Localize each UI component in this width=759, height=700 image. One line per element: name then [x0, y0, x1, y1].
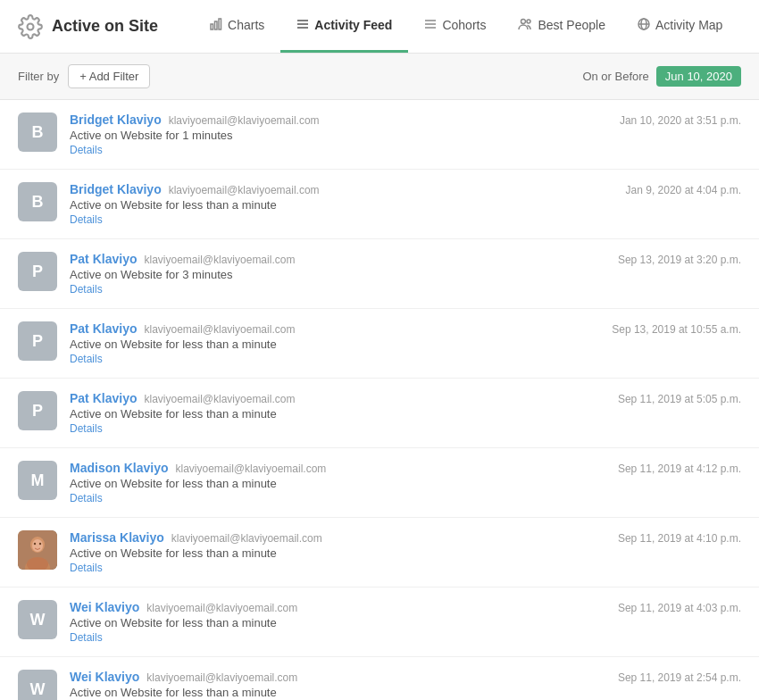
feed-email: klaviyoemail@klaviyoemail.com — [144, 254, 295, 266]
filter-left: Filter by + Add Filter — [18, 64, 150, 88]
activity-feed-icon — [296, 18, 309, 33]
feed-name-row: Pat Klaviyo klaviyoemail@klaviyoemail.co… — [70, 252, 605, 266]
feed-content: Pat Klaviyo klaviyoemail@klaviyoemail.co… — [70, 391, 605, 435]
feed-time: Sep 11, 2019 at 4:12 p.m. — [618, 461, 741, 475]
avatar: W — [18, 670, 57, 700]
nav-label-charts: Charts — [228, 18, 264, 32]
feed-details-link[interactable]: Details — [70, 562, 605, 574]
feed-person-name[interactable]: Pat Klaviyo — [70, 252, 137, 266]
feed-name-row: Pat Klaviyo klaviyoemail@klaviyoemail.co… — [70, 391, 605, 405]
feed-person-name[interactable]: Wei Klaviyo — [70, 600, 139, 614]
feed-details-link[interactable]: Details — [70, 283, 605, 296]
feed-item: B Bridget Klaviyo klaviyoemail@klaviyoem… — [0, 100, 759, 170]
feed-activity: Active on Website for less than a minute — [70, 198, 613, 212]
feed-person-name[interactable]: Bridget Klaviyo — [70, 112, 162, 127]
feed-name-row: Marissa Klaviyo klaviyoemail@klaviyoemai… — [70, 530, 605, 545]
avatar: P — [18, 391, 57, 430]
feed-person-name[interactable]: Marissa Klaviyo — [70, 530, 164, 545]
feed-person-name[interactable]: Madison Klaviyo — [70, 461, 168, 475]
filter-by-label: Filter by — [18, 70, 59, 83]
avatar-photo-svg — [18, 530, 57, 570]
feed-activity: Active on Website for less than a minute — [70, 686, 605, 699]
svg-point-11 — [527, 20, 530, 23]
feed-content: Bridget Klaviyo klaviyoemail@klaviyoemai… — [70, 182, 613, 226]
feed-person-name[interactable]: Pat Klaviyo — [70, 321, 137, 336]
feed-email: klaviyoemail@klaviyoemail.com — [171, 532, 322, 545]
feed-name-row: Wei Klaviyo klaviyoemail@klaviyoemail.co… — [70, 670, 605, 684]
feed-activity: Active on Website for 3 minutes — [70, 268, 605, 281]
feed-activity: Active on Website for less than a minute — [70, 616, 605, 629]
feed-details-link[interactable]: Details — [70, 144, 607, 156]
app-title: Active on Site — [52, 17, 158, 36]
feed-person-name[interactable]: Bridget Klaviyo — [70, 182, 162, 196]
nav-item-activity-map[interactable]: Activity Map — [621, 0, 738, 53]
feed-activity: Active on Website for less than a minute — [70, 338, 599, 351]
feed-activity: Active on Website for less than a minute — [70, 407, 605, 421]
feed-item: Marissa Klaviyo klaviyoemail@klaviyoemai… — [0, 518, 759, 588]
avatar: B — [18, 182, 57, 221]
feed-content: Madison Klaviyo klaviyoemail@klaviyoemai… — [70, 461, 605, 504]
nav-label-cohorts: Cohorts — [442, 18, 486, 32]
charts-icon — [210, 18, 222, 33]
feed-activity: Active on Website for less than a minute — [70, 477, 605, 490]
svg-rect-1 — [211, 24, 213, 29]
feed-name-row: Pat Klaviyo klaviyoemail@klaviyoemail.co… — [70, 321, 599, 336]
feed-email: klaviyoemail@klaviyoemail.com — [175, 462, 326, 475]
feed-name-row: Bridget Klaviyo klaviyoemail@klaviyoemai… — [70, 112, 607, 127]
nav-label-activity-map: Activity Map — [655, 18, 722, 32]
feed-item: W Wei Klaviyo klaviyoemail@klaviyoemail.… — [0, 657, 759, 700]
logo-area: Active on Site — [18, 14, 158, 39]
feed-activity: Active on Website for 1 minutes — [70, 129, 607, 142]
feed-details-link[interactable]: Details — [70, 631, 605, 644]
nav-item-activity-feed[interactable]: Activity Feed — [280, 0, 408, 53]
on-or-before-label: On or Before — [582, 70, 648, 83]
feed-details-link[interactable]: Details — [70, 353, 599, 365]
avatar: B — [18, 112, 57, 152]
avatar: P — [18, 321, 57, 361]
feed-content: Wei Klaviyo klaviyoemail@klaviyoemail.co… — [70, 670, 605, 700]
cohorts-icon — [424, 18, 437, 33]
feed-item: P Pat Klaviyo klaviyoemail@klaviyoemail.… — [0, 379, 759, 448]
feed-details-link[interactable]: Details — [70, 422, 605, 435]
add-filter-button[interactable]: + Add Filter — [68, 64, 150, 88]
feed-item: M Madison Klaviyo klaviyoemail@klaviyoem… — [0, 448, 759, 518]
feed-activity: Active on Website for less than a minute — [70, 546, 605, 560]
gear-icon — [18, 14, 43, 39]
feed-time: Sep 11, 2019 at 5:05 p.m. — [618, 391, 741, 405]
best-people-icon — [518, 18, 532, 33]
feed-person-name[interactable]: Wei Klaviyo — [70, 670, 139, 684]
feed-time: Sep 11, 2019 at 4:03 p.m. — [618, 600, 741, 614]
feed-email: klaviyoemail@klaviyoemail.com — [146, 602, 297, 614]
header: Active on Site Charts Activ — [0, 0, 759, 54]
feed-email: klaviyoemail@klaviyoemail.com — [169, 184, 320, 196]
feed-email: klaviyoemail@klaviyoemail.com — [169, 114, 320, 127]
feed-email: klaviyoemail@klaviyoemail.com — [146, 671, 297, 684]
activity-map-icon — [638, 18, 650, 33]
feed-name-row: Madison Klaviyo klaviyoemail@klaviyoemai… — [70, 461, 605, 475]
avatar — [18, 530, 57, 570]
feed-details-link[interactable]: Details — [70, 213, 613, 226]
nav-item-best-people[interactable]: Best People — [502, 0, 621, 53]
feed-content: Pat Klaviyo klaviyoemail@klaviyoemail.co… — [70, 321, 599, 365]
nav-item-cohorts[interactable]: Cohorts — [408, 0, 502, 53]
feed-time: Sep 13, 2019 at 3:20 p.m. — [618, 252, 741, 266]
feed-name-row: Wei Klaviyo klaviyoemail@klaviyoemail.co… — [70, 600, 605, 614]
avatar: P — [18, 252, 57, 291]
feed-item: B Bridget Klaviyo klaviyoemail@klaviyoem… — [0, 170, 759, 239]
svg-rect-3 — [219, 19, 221, 29]
feed-item: P Pat Klaviyo klaviyoemail@klaviyoemail.… — [0, 239, 759, 309]
svg-point-0 — [28, 23, 34, 29]
add-filter-label: + Add Filter — [79, 70, 138, 83]
date-badge[interactable]: Jun 10, 2020 — [656, 66, 741, 87]
feed-content: Pat Klaviyo klaviyoemail@klaviyoemail.co… — [70, 252, 605, 296]
feed-content: Wei Klaviyo klaviyoemail@klaviyoemail.co… — [70, 600, 605, 644]
feed-person-name[interactable]: Pat Klaviyo — [70, 391, 137, 405]
feed-time: Sep 11, 2019 at 2:54 p.m. — [618, 670, 741, 684]
svg-point-10 — [521, 19, 526, 23]
feed-name-row: Bridget Klaviyo klaviyoemail@klaviyoemai… — [70, 182, 613, 196]
activity-feed-list: B Bridget Klaviyo klaviyoemail@klaviyoem… — [0, 100, 759, 700]
nav-item-charts[interactable]: Charts — [194, 0, 280, 53]
feed-details-link[interactable]: Details — [70, 492, 605, 504]
feed-item: P Pat Klaviyo klaviyoemail@klaviyoemail.… — [0, 309, 759, 379]
avatar: M — [18, 461, 57, 500]
